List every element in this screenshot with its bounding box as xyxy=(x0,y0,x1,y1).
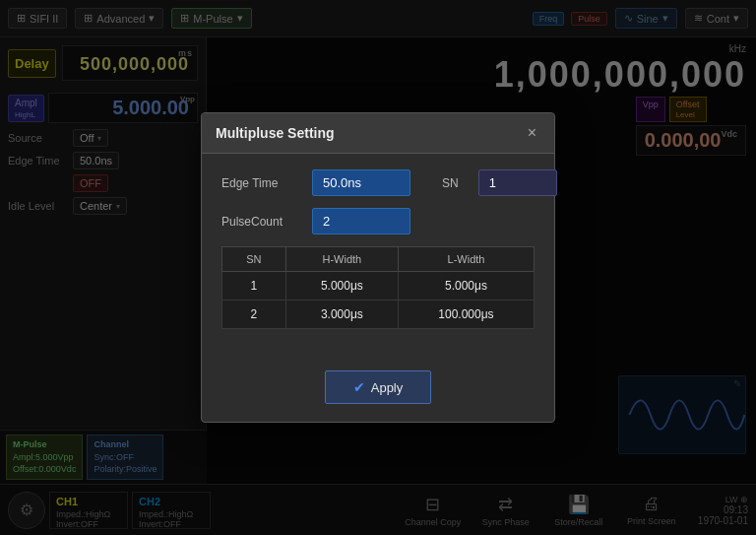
edge-time-field-label: Edge Time xyxy=(221,176,300,190)
table-cell-r1-c0: 2 xyxy=(222,301,286,329)
pulse-count-input[interactable] xyxy=(312,208,410,234)
table-header-hwidth: H-Width xyxy=(285,247,398,272)
modal-close-button[interactable]: × xyxy=(524,123,540,143)
table-cell-r1-c1: 3.000μs xyxy=(285,301,398,329)
multipluse-setting-modal: Multipluse Setting × Edge Time SN PulseC… xyxy=(201,112,555,423)
apply-button[interactable]: ✔ Apply xyxy=(325,370,432,404)
table-row: 23.000μs100.000μs xyxy=(222,301,535,329)
pulse-count-field-row: PulseCount xyxy=(221,208,535,234)
edge-time-input[interactable] xyxy=(312,169,410,196)
modal-overlay: Multipluse Setting × Edge Time SN PulseC… xyxy=(0,0,756,535)
table-row: 15.000μs5.000μs xyxy=(222,272,535,301)
modal-body: Edge Time SN PulseCount SN H-Width xyxy=(202,154,554,361)
apply-check-icon: ✔ xyxy=(353,379,365,395)
table-cell-r1-c2: 100.000μs xyxy=(398,301,534,329)
edge-time-field-row: Edge Time SN xyxy=(221,169,535,196)
table-cell-r0-c0: 1 xyxy=(222,272,286,301)
table-header-lwidth: L-Width xyxy=(398,247,534,272)
modal-header: Multipluse Setting × xyxy=(202,113,554,154)
table-cell-r0-c1: 5.000μs xyxy=(285,272,398,301)
main-screen: ⊞ SIFI II ⊞ Advanced ▾ ⊞ M-Pulse ▾ Freq … xyxy=(0,0,756,535)
table-header-sn: SN xyxy=(222,247,286,272)
table-cell-r0-c2: 5.000μs xyxy=(398,272,534,301)
pulse-table: SN H-Width L-Width 15.000μs5.000μs23.000… xyxy=(221,246,535,329)
sn-field-label: SN xyxy=(442,176,459,190)
modal-footer: ✔ Apply xyxy=(202,361,554,422)
sn-input[interactable] xyxy=(478,169,557,196)
apply-label: Apply xyxy=(371,380,404,395)
modal-title: Multipluse Setting xyxy=(216,125,335,141)
pulse-count-field-label: PulseCount xyxy=(221,215,300,229)
